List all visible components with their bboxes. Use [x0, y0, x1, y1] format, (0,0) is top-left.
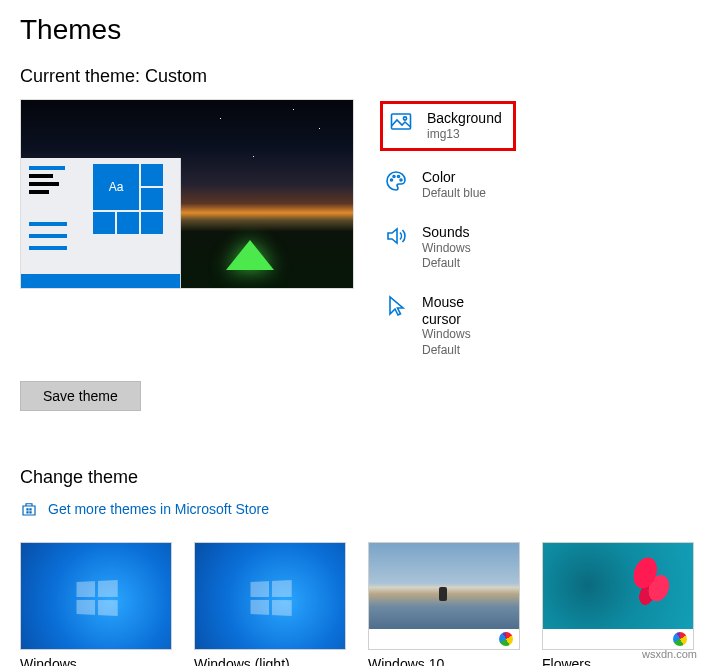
theme-thumb [20, 542, 172, 650]
setting-background-title: Background [427, 110, 502, 127]
change-theme-heading: Change theme [20, 467, 687, 488]
svg-point-2 [391, 179, 393, 181]
preview-tile-aa: Aa [93, 164, 139, 210]
setting-background[interactable]: Background img13 [380, 101, 516, 151]
svg-rect-9 [29, 511, 31, 513]
setting-cursor-title: Mouse cursor [422, 294, 504, 328]
setting-sounds-value: Windows Default [422, 241, 504, 272]
store-link-label: Get more themes in Microsoft Store [48, 501, 269, 517]
picture-icon [389, 110, 413, 134]
theme-card-windows[interactable]: Windows [20, 542, 172, 666]
speaker-icon [384, 224, 408, 248]
theme-card-windows10[interactable]: Windows 10 [368, 542, 520, 666]
setting-cursor[interactable]: Mouse cursor Windows Default [380, 290, 510, 363]
theme-thumb [542, 542, 694, 650]
theme-name: Windows (light) [194, 656, 346, 666]
svg-rect-0 [392, 114, 411, 129]
theme-name: Windows 10 [368, 656, 520, 666]
setting-cursor-value: Windows Default [422, 327, 504, 358]
setting-sounds[interactable]: Sounds Windows Default [380, 220, 510, 276]
svg-rect-7 [29, 508, 31, 510]
setting-sounds-title: Sounds [422, 224, 504, 241]
theme-name: Windows [20, 656, 172, 666]
setting-color[interactable]: Color Default blue [380, 165, 510, 205]
cursor-icon [384, 294, 408, 318]
page-title: Themes [20, 14, 687, 46]
svg-point-5 [400, 179, 402, 181]
setting-color-title: Color [422, 169, 486, 186]
palette-icon [384, 169, 408, 193]
store-icon [20, 500, 38, 518]
svg-rect-6 [26, 508, 28, 510]
svg-rect-8 [26, 511, 28, 513]
multicolor-icon [499, 632, 513, 646]
multicolor-icon [673, 632, 687, 646]
theme-thumb [194, 542, 346, 650]
theme-card-windows-light[interactable]: Windows (light) [194, 542, 346, 666]
store-link[interactable]: Get more themes in Microsoft Store [20, 500, 687, 518]
theme-preview: Aa [20, 99, 354, 289]
save-theme-button[interactable]: Save theme [20, 381, 141, 411]
setting-background-value: img13 [427, 127, 502, 143]
theme-thumb [368, 542, 520, 650]
svg-point-3 [393, 176, 395, 178]
current-theme-label: Current theme: Custom [20, 66, 687, 87]
svg-point-4 [398, 176, 400, 178]
watermark: wsxdn.com [642, 648, 697, 660]
setting-color-value: Default blue [422, 186, 486, 202]
svg-point-1 [403, 117, 406, 120]
